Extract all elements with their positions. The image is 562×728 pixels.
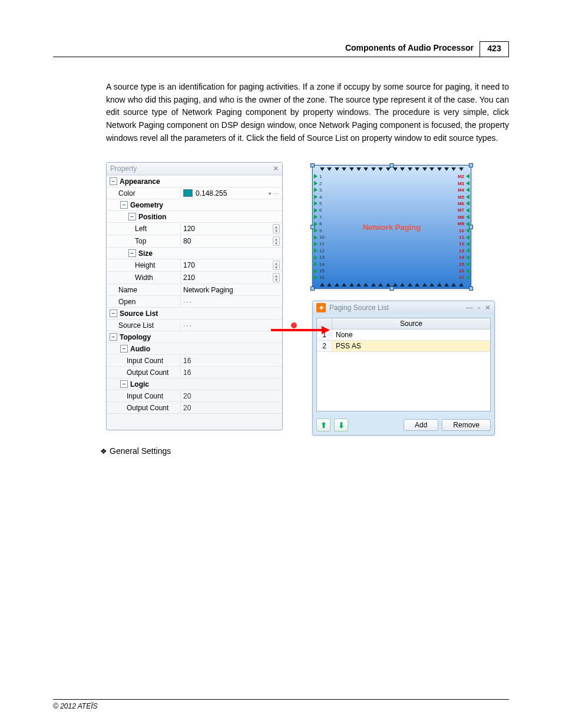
maximize-icon[interactable]: ▫ <box>478 304 480 312</box>
copyright: © 2012 ATEÏS <box>53 702 509 710</box>
section-geometry: Geometry <box>130 201 163 209</box>
property-panel: Property ✕ −Appearance Color 0.148.255 ·… <box>106 162 283 430</box>
left-value[interactable]: 120▲▼ <box>180 223 282 235</box>
open-label: Open <box>107 297 180 307</box>
audio-in-value: 16 <box>180 355 282 366</box>
component-label: Network Paging <box>313 223 471 232</box>
close-icon[interactable]: ✕ <box>485 304 491 312</box>
ellipsis-icon[interactable]: ··· <box>273 190 280 196</box>
collapse-icon[interactable]: − <box>120 201 128 209</box>
source-item[interactable]: None <box>332 330 490 340</box>
audio-out-value: 16 <box>180 367 282 378</box>
section-title: Components of Audio Processor <box>345 41 480 57</box>
network-paging-component[interactable]: 12345678910111213141516 M2M3M4M5M6M7M8M9… <box>312 165 471 289</box>
top-label: Top <box>107 236 180 246</box>
name-label: Name <box>107 285 180 295</box>
add-button[interactable]: Add <box>404 419 438 431</box>
row-number: 2 <box>317 341 332 351</box>
sourcelist-value[interactable]: ··· <box>180 320 282 331</box>
page-number: 423 <box>480 41 509 57</box>
section-sourcelist: Source List <box>120 309 158 318</box>
color-label: Color <box>107 188 180 199</box>
remove-button[interactable]: Remove <box>442 419 491 431</box>
minimize-icon[interactable]: — <box>466 304 473 312</box>
open-value[interactable]: ··· <box>180 297 282 307</box>
section-appearance: Appearance <box>120 177 160 186</box>
body-paragraph: A source type is an identification for p… <box>106 81 509 144</box>
section-logic: Logic <box>130 380 149 388</box>
app-icon: ✦ <box>316 303 326 312</box>
spinner[interactable]: ▲▼ <box>273 224 280 233</box>
color-value[interactable]: 0.148.255 ··· <box>180 188 282 199</box>
left-label: Left <box>107 223 180 234</box>
spinner[interactable]: ▲▼ <box>273 273 280 282</box>
section-size: Size <box>138 249 153 258</box>
collapse-icon[interactable]: − <box>120 380 128 388</box>
collapse-icon[interactable]: − <box>110 309 117 317</box>
top-value[interactable]: 80▲▼ <box>180 235 282 247</box>
dialog-title: Paging Source List <box>329 304 389 312</box>
bullet-icon: ❖ <box>100 447 107 456</box>
logic-in-label: Input Count <box>107 391 180 401</box>
chevron-down-icon[interactable] <box>268 190 272 196</box>
logic-out-label: Output Count <box>107 403 180 413</box>
collapse-icon[interactable]: − <box>128 213 136 220</box>
collapse-icon[interactable]: − <box>110 333 117 341</box>
section-topology: Topology <box>120 333 151 341</box>
width-label: Width <box>107 272 180 283</box>
audio-in-label: Input Count <box>107 355 180 366</box>
section-position: Position <box>138 213 166 221</box>
height-value[interactable]: 170▲▼ <box>180 259 282 271</box>
move-down-button[interactable]: ⬇ <box>334 419 348 431</box>
close-icon[interactable]: ✕ <box>273 164 279 173</box>
height-label: Height <box>107 260 180 271</box>
collapse-icon[interactable]: − <box>128 249 136 257</box>
name-value[interactable]: Network Paging <box>180 285 282 295</box>
color-swatch <box>183 189 193 197</box>
arrow-annotation <box>271 326 330 334</box>
subheading: ❖General Settings <box>100 446 509 456</box>
property-panel-title: Property <box>110 164 137 173</box>
audio-out-label: Output Count <box>107 367 180 378</box>
spinner[interactable]: ▲▼ <box>273 261 280 270</box>
collapse-icon[interactable]: − <box>110 177 117 185</box>
sourcelist-label: Source List <box>107 320 180 331</box>
logic-in-value: 20 <box>180 391 282 401</box>
spinner[interactable]: ▲▼ <box>273 236 280 246</box>
column-header: Source <box>332 318 490 329</box>
width-value[interactable]: 210▲▼ <box>180 272 282 284</box>
logic-out-value: 20 <box>180 403 282 413</box>
paging-source-list-dialog: ✦ Paging Source List — ▫ ✕ Source 1 <box>312 301 495 436</box>
move-up-button[interactable]: ⬆ <box>316 419 330 431</box>
source-item[interactable]: PSS AS <box>332 341 490 351</box>
collapse-icon[interactable]: − <box>120 345 128 353</box>
section-audio: Audio <box>130 345 150 353</box>
